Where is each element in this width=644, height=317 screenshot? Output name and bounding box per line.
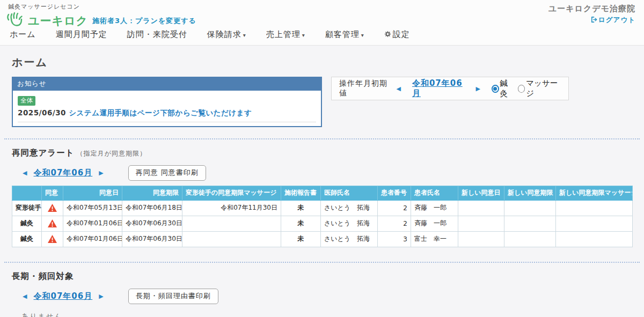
col-header-new-massage-limit: 新しい同意期限マッサージ — [556, 186, 633, 201]
nav-customers[interactable]: 顧客管理 ▾ — [325, 30, 364, 40]
cell-report-status: 未 — [281, 201, 321, 216]
col-header-doctor: 医師氏名 — [321, 186, 378, 201]
hand-logo-icon — [6, 12, 24, 30]
nav-sales[interactable]: 売上管理 ▾ — [266, 30, 305, 40]
next-month-arrow[interactable]: ▶ — [97, 293, 105, 300]
section-divider — [4, 262, 640, 263]
reconsent-section-title: 再同意アラート — [12, 148, 75, 159]
notice-panel-title: お知らせ — [13, 78, 321, 91]
nav-schedule[interactable]: 週間月間予定 — [56, 30, 107, 40]
notice-panel: お知らせ 全体 2025/06/30 システム運用手順はページ下部からご覧いただ… — [12, 77, 322, 127]
nav-home[interactable]: ホーム — [10, 30, 36, 40]
table-row: 鍼灸 令和07年01月06日 令和07年06月30日 未 さいとう 拓海 3 富… — [12, 232, 633, 247]
cell-consent-limit: 令和07年06月18日 — [122, 201, 182, 216]
cell-new-consent-date — [458, 201, 504, 216]
clinic-block: ユーキロクデモ治療院 ログアウト — [548, 4, 635, 25]
cell-consent-limit: 令和07年06月30日 — [122, 216, 182, 232]
operation-month-panel: 操作年月初期値 ◀ 令和07年06月 ▶ 鍼灸 マッサージ — [331, 77, 569, 100]
table-row: 変形徒手 令和07年05月13日 令和07年06月18日 令和07年11月30日… — [12, 201, 633, 216]
notice-scope-badge: 全体 — [18, 96, 35, 106]
cell-massage-limit — [182, 216, 281, 232]
warning-icon — [47, 203, 57, 214]
col-header-patient-name: 患者氏名 — [411, 186, 458, 201]
cell-patient-name: 斉藤 一郎 — [411, 201, 458, 216]
col-header-massage-limit: 変形徒手の同意期限マッサージ — [182, 186, 281, 201]
next-month-arrow[interactable]: ▶ — [97, 169, 105, 176]
chevron-down-icon: ▾ — [361, 32, 364, 38]
app-subtitle: 鍼灸マッサージレセコン — [8, 3, 80, 11]
col-header-consent: 同意 — [42, 186, 63, 201]
cell-new-consent-date — [458, 216, 504, 232]
warning-icon — [47, 234, 57, 245]
col-header-new-consent-limit: 新しい同意期限 — [504, 186, 556, 201]
prev-month-arrow[interactable]: ◀ — [20, 293, 29, 300]
radio-massage[interactable]: マッサージ — [518, 78, 561, 99]
reconsent-month-link[interactable]: 令和07年06月 — [29, 168, 97, 178]
page-title: ホーム — [12, 55, 632, 70]
main-nav: ホーム 週間月間予定 訪問・来院受付 保険請求 ▾ 売上管理 ▾ 顧客管理 ▾ … — [0, 30, 644, 45]
cell-patient-name: 富士 幸一 — [411, 232, 458, 247]
prev-month-arrow[interactable]: ◀ — [394, 85, 402, 92]
logout-link[interactable]: ログアウト — [548, 16, 635, 25]
logout-label: ログアウト — [598, 16, 635, 25]
therapy-radio-group: 鍼灸 マッサージ — [492, 78, 561, 99]
next-month-arrow[interactable]: ▶ — [474, 85, 482, 92]
cell-massage-limit: 令和07年11月30日 — [182, 201, 281, 216]
top-bar: 鍼灸マッサージレセコン ユーキロク 施術者3人：プランを変更する ユーキロクデモ… — [0, 0, 644, 46]
col-header-new-consent-date: 新しい同意日 — [458, 186, 504, 201]
logout-icon — [590, 16, 597, 25]
col-header-patient-no: 患者番号 — [378, 186, 411, 201]
prev-month-arrow[interactable]: ◀ — [20, 169, 29, 176]
notice-message-link[interactable]: システム運用手順はページ下部からご覧いただけます — [69, 108, 252, 117]
longterm-month-selector: ◀ 令和07年06月 ▶ 長期・頻回理由書印刷 — [20, 289, 632, 304]
operation-month-label: 操作年月初期値 — [339, 79, 389, 98]
reconsent-print-button[interactable]: 再同意 同意書印刷 — [128, 165, 206, 181]
reconsent-month-selector: ◀ 令和07年06月 ▶ 再同意 同意書印刷 — [20, 165, 632, 181]
cell-consent-limit: 令和07年06月30日 — [122, 232, 182, 247]
longterm-section-title: 長期・頻回対象 — [12, 271, 74, 282]
operation-month-link[interactable]: 令和07年06月 — [408, 78, 469, 99]
longterm-empty-text: ありません — [21, 312, 632, 317]
cell-new-consent-limit — [504, 201, 556, 216]
nav-insurance-claim[interactable]: 保険請求 ▾ — [207, 30, 246, 40]
chevron-down-icon: ▾ — [302, 32, 305, 38]
radio-unselected-icon — [518, 85, 525, 93]
cell-patient-name: 斉藤 一郎 — [411, 216, 458, 232]
nav-reception[interactable]: 訪問・来院受付 — [127, 30, 187, 40]
reconsent-section-subtitle: （指定月が同意期限） — [77, 149, 147, 158]
clinic-name: ユーキロクデモ治療院 — [548, 4, 635, 14]
cell-doctor: さいとう 拓海 — [321, 201, 378, 216]
notice-date: 2025/06/30 — [18, 108, 66, 117]
cell-new-massage-limit — [556, 216, 633, 232]
col-header-report: 施術報告書 — [281, 186, 321, 201]
cell-type: 変形徒手 — [12, 201, 42, 216]
longterm-month-link[interactable]: 令和07年06月 — [29, 291, 97, 301]
cell-doctor: さいとう 拓海 — [321, 232, 378, 247]
notice-body: 全体 2025/06/30 システム運用手順はページ下部からご覧いただけます — [13, 91, 321, 126]
cell-patient-no: 2 — [378, 216, 411, 232]
cell-new-consent-limit — [504, 216, 556, 232]
radio-selected-icon — [492, 85, 499, 93]
col-header-type — [12, 186, 42, 201]
cell-new-consent-date — [458, 232, 504, 247]
cell-consent-alert — [42, 201, 63, 216]
main-content: ホーム お知らせ 全体 2025/06/30 システム運用手順はページ下部からご… — [0, 46, 644, 317]
gear-icon — [384, 30, 391, 40]
radio-acupuncture[interactable]: 鍼灸 — [492, 78, 514, 99]
change-plan-link[interactable]: 施術者3人：プランを変更する — [92, 16, 196, 26]
reconsent-table: 同意 同意日 同意期限 変形徒手の同意期限マッサージ 施術報告書 医師氏名 患者… — [12, 186, 633, 247]
warning-icon — [47, 219, 57, 230]
cell-new-massage-limit — [556, 201, 633, 216]
nav-settings[interactable]: 設定 — [384, 30, 410, 40]
cell-new-consent-limit — [504, 232, 556, 247]
cell-new-massage-limit — [556, 232, 633, 247]
cell-consent-date: 令和07年01月06日 — [63, 216, 122, 232]
longterm-print-button[interactable]: 長期・頻回理由書印刷 — [128, 289, 218, 304]
cell-consent-alert — [42, 232, 63, 247]
logo[interactable]: ユーキロク 施術者3人：プランを変更する — [6, 12, 196, 30]
cell-report-status: 未 — [281, 232, 321, 247]
table-header-row: 同意 同意日 同意期限 変形徒手の同意期限マッサージ 施術報告書 医師氏名 患者… — [12, 186, 633, 201]
section-divider — [4, 138, 640, 139]
cell-consent-date: 令和07年01月06日 — [63, 232, 122, 247]
cell-patient-no: 3 — [378, 232, 411, 247]
